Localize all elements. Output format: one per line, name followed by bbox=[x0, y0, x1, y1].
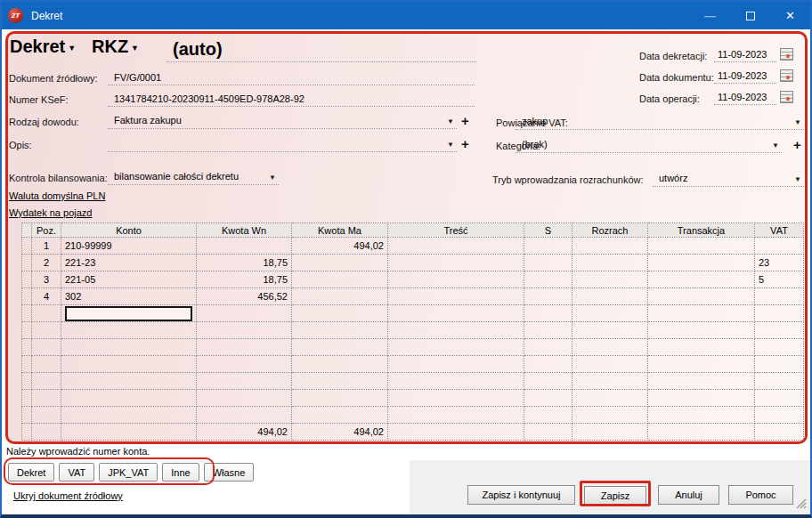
data-dokumentu-field[interactable]: 11-09-2023 bbox=[714, 69, 776, 84]
dekret-window: 2T Dekret — ✕ Dekret▼ RKZ▼ (auto) Dokume… bbox=[0, 0, 812, 518]
table-totals-row: 494,02 494,02 bbox=[22, 424, 804, 441]
chevron-down-icon[interactable]: ▼ bbox=[794, 119, 801, 126]
chevron-down-icon: ▼ bbox=[68, 44, 76, 53]
table-empty-row[interactable] bbox=[22, 407, 804, 424]
powiazanie-vat-value: zakup bbox=[522, 116, 548, 126]
konto-input[interactable] bbox=[65, 306, 192, 321]
col-header-rozrach: Rozrach bbox=[572, 223, 648, 238]
table-header-row: Poz. Konto Kwota Wn Kwota Ma Treść S Roz… bbox=[22, 223, 804, 238]
data-dokumentu-label: Data dokumentu: bbox=[639, 71, 714, 84]
dokument-zrodlowy-field[interactable]: FV/G/0001 bbox=[108, 71, 475, 85]
col-header-konto: Konto bbox=[61, 223, 197, 238]
opis-combo[interactable]: ▼ bbox=[108, 137, 457, 152]
app-icon: 2T bbox=[8, 8, 23, 23]
kontrola-bilansowania-value: bilansowanie całości dekretu bbox=[114, 171, 239, 182]
tab-strip: Dekret VAT JPK_VAT Inne Własne bbox=[8, 463, 254, 482]
chevron-down-icon[interactable]: ▼ bbox=[447, 142, 454, 149]
wydatek-na-pojazd-link[interactable]: Wydatek na pojazd bbox=[9, 207, 92, 218]
col-header-s: S bbox=[524, 223, 572, 238]
table-empty-row[interactable] bbox=[22, 322, 804, 339]
maximize-icon[interactable] bbox=[730, 2, 770, 29]
total-wn: 494,02 bbox=[197, 424, 292, 441]
cancel-button[interactable]: Anuluj bbox=[658, 485, 719, 505]
window-title: Dekret bbox=[31, 10, 690, 22]
dokument-zrodlowy-label: Dokument źródłowy: bbox=[9, 72, 98, 85]
data-operacji-label: Data operacji: bbox=[639, 93, 700, 105]
col-header-vat: VAT bbox=[755, 223, 804, 238]
numer-ksef-label: Numer KSeF: bbox=[9, 93, 69, 106]
ukryj-dokument-link[interactable]: Ukryj dokument źródłowy bbox=[13, 490, 123, 501]
document-number-field[interactable]: (auto) bbox=[166, 37, 476, 62]
table-empty-row[interactable] bbox=[22, 339, 804, 356]
numer-ksef-field[interactable]: 1341784210-20230911-4509ED-978A28-92 bbox=[108, 93, 475, 107]
kategoria-combo[interactable]: (brak) ▼ bbox=[516, 138, 782, 153]
add-opis-icon[interactable]: + bbox=[461, 138, 469, 150]
dekret-menu-label: Dekret bbox=[10, 36, 65, 56]
total-ma: 494,02 bbox=[292, 424, 388, 441]
kontrola-bilansowania-combo[interactable]: bilansowanie całości dekretu ▼ bbox=[108, 170, 279, 185]
rkz-menu[interactable]: RKZ▼ bbox=[92, 36, 139, 57]
minimize-icon[interactable]: — bbox=[690, 2, 730, 29]
table-empty-row[interactable] bbox=[22, 390, 804, 407]
data-dekretacji-field[interactable]: 11-09-2023 bbox=[714, 48, 776, 62]
calendar-icon[interactable] bbox=[780, 48, 793, 61]
col-header-tresc: Treść bbox=[388, 223, 524, 238]
opis-label: Opis: bbox=[9, 139, 32, 151]
col-header-kwota-ma: Kwota Ma bbox=[292, 223, 388, 238]
rodzaj-dowodu-label: Rodzaj dowodu: bbox=[9, 116, 79, 128]
tryb-rozrachunkow-value: utwórz bbox=[659, 173, 687, 183]
kategoria-value: (brak) bbox=[522, 139, 548, 150]
table-empty-row[interactable] bbox=[22, 373, 804, 390]
table-row[interactable]: 2 221-23 18,75 23 bbox=[22, 255, 804, 271]
add-kategoria-icon[interactable]: + bbox=[793, 139, 801, 151]
rkz-menu-label: RKZ bbox=[92, 36, 128, 56]
table-input-row[interactable] bbox=[22, 305, 804, 322]
data-dekretacji-label: Data dekretacji: bbox=[639, 50, 707, 62]
add-rodzaj-dowodu-icon[interactable]: + bbox=[461, 115, 469, 127]
tab-dekret[interactable]: Dekret bbox=[8, 463, 54, 482]
table-row[interactable]: 4 302 456,52 bbox=[22, 288, 804, 305]
col-header-kwota-wn: Kwota Wn bbox=[197, 223, 292, 238]
kontrola-bilansowania-label: Kontrola bilansowania: bbox=[9, 172, 108, 184]
table-row[interactable]: 3 221-05 18,75 5 bbox=[22, 271, 804, 288]
rodzaj-dowodu-value: Faktura zakupu bbox=[114, 115, 182, 125]
close-icon[interactable]: ✕ bbox=[770, 2, 810, 29]
save-button[interactable]: Zapisz bbox=[584, 486, 646, 505]
table-row[interactable]: 1 210-99999 494,02 bbox=[22, 238, 804, 255]
dekret-table: Poz. Konto Kwota Wn Kwota Ma Treść S Roz… bbox=[21, 223, 804, 441]
waluta-domyslna-link[interactable]: Waluta domyślna PLN bbox=[9, 190, 105, 201]
gutter-header bbox=[22, 223, 32, 238]
chevron-down-icon[interactable]: ▼ bbox=[447, 118, 454, 125]
chevron-down-icon: ▼ bbox=[131, 44, 139, 53]
tab-vat[interactable]: VAT bbox=[59, 463, 94, 482]
tab-wlasne[interactable]: Własne bbox=[204, 463, 255, 482]
tab-jpk-vat[interactable]: JPK_VAT bbox=[99, 463, 158, 482]
chevron-down-icon[interactable]: ▼ bbox=[772, 142, 779, 150]
window-controls: — ✕ bbox=[690, 2, 810, 29]
tab-inne[interactable]: Inne bbox=[162, 463, 199, 482]
titlebar: 2T Dekret — ✕ bbox=[2, 2, 810, 29]
save-and-continue-button[interactable]: Zapisz i kontynuuj bbox=[467, 485, 575, 505]
chevron-down-icon[interactable]: ▼ bbox=[269, 174, 276, 182]
calendar-icon[interactable] bbox=[780, 91, 793, 103]
chevron-down-icon[interactable]: ▼ bbox=[794, 176, 801, 183]
calendar-icon[interactable] bbox=[780, 69, 793, 82]
dekret-form-panel: Dekret▼ RKZ▼ (auto) Dokument źródłowy: F… bbox=[5, 31, 808, 444]
status-message: Należy wprowadzić numer konta. bbox=[6, 446, 150, 457]
tryb-rozrachunkow-label: Tryb wprowadzania rozrachunków: bbox=[492, 174, 644, 186]
col-header-transakcja: Transakcja bbox=[648, 223, 755, 238]
help-button[interactable]: Pomoc bbox=[728, 485, 793, 505]
tryb-rozrachunkow-combo[interactable]: utwórz ▼ bbox=[653, 172, 804, 187]
col-header-poz: Poz. bbox=[32, 223, 61, 238]
powiazanie-vat-combo[interactable]: zakup ▼ bbox=[516, 115, 804, 130]
dekret-menu[interactable]: Dekret▼ bbox=[10, 36, 76, 57]
rodzaj-dowodu-combo[interactable]: Faktura zakupu ▼ bbox=[108, 114, 457, 129]
data-operacji-field[interactable]: 11-09-2023 bbox=[714, 91, 776, 105]
table-empty-row[interactable] bbox=[22, 356, 804, 373]
resize-grip[interactable] bbox=[795, 498, 807, 509]
